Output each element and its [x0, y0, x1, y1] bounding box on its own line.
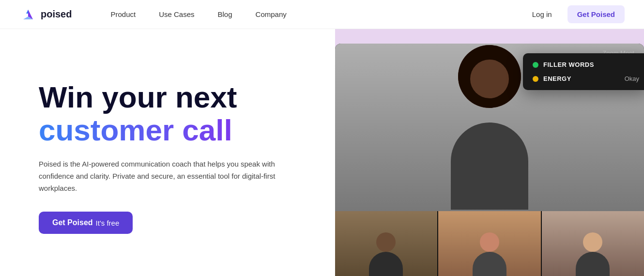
- thumb-1: [335, 211, 437, 276]
- nav-links: Product Use Cases Blog Company: [110, 10, 286, 19]
- logo-link[interactable]: poised: [19, 6, 72, 23]
- thumb-2: [438, 211, 540, 276]
- filler-words-label: FILLER WORDS: [543, 61, 639, 68]
- thumb-3: [542, 211, 644, 276]
- cta-suffix: It's free: [96, 219, 120, 227]
- overlay-panel: FILLER WORDS ENERGY Okay: [523, 53, 644, 90]
- headline-line1: Win your next: [39, 80, 237, 114]
- cta-button[interactable]: Get Poised It's free: [39, 212, 133, 234]
- overlay-energy-row: ENERGY Okay: [533, 75, 639, 82]
- hero-subtext: Poised is the AI-powered communication c…: [39, 158, 291, 194]
- thumbnails-strip: [335, 211, 644, 276]
- login-link[interactable]: Log in: [532, 10, 552, 18]
- left-panel: Win your next customer call Poised is th…: [0, 29, 335, 276]
- right-panel: FILLER WORDS ENERGY Okay Zoom Meet: [335, 29, 644, 276]
- logo-icon: [19, 6, 37, 23]
- main-content: Win your next customer call Poised is th…: [0, 29, 644, 276]
- filler-words-dot: [533, 62, 538, 68]
- headline-word1: customer: [39, 113, 174, 147]
- nav-company[interactable]: Company: [256, 10, 287, 18]
- get-poised-nav-button[interactable]: Get Poised: [567, 5, 625, 23]
- navbar: poised Product Use Cases Blog Company Lo…: [0, 0, 644, 29]
- headline-word2: call: [182, 113, 232, 147]
- nav-product[interactable]: Product: [110, 10, 136, 18]
- thumb-person-2: [473, 232, 506, 276]
- energy-label: ENERGY: [543, 75, 620, 82]
- person-body: [451, 123, 528, 210]
- nav-use-cases[interactable]: Use Cases: [159, 10, 194, 18]
- overlay-filler-words-row: FILLER WORDS: [533, 61, 639, 68]
- energy-value: Okay: [625, 75, 639, 82]
- headline-colored: customer call: [39, 113, 232, 147]
- nav-right: Log in Get Poised: [532, 5, 625, 23]
- logo-text: poised: [41, 9, 72, 20]
- person-head: [458, 45, 521, 108]
- headline: Win your next customer call: [39, 81, 316, 147]
- thumb-person-3: [576, 232, 610, 276]
- thumb-person-1: [369, 232, 403, 276]
- nav-blog[interactable]: Blog: [218, 10, 232, 18]
- energy-dot: [533, 76, 538, 82]
- cta-label: Get Poised: [52, 218, 93, 227]
